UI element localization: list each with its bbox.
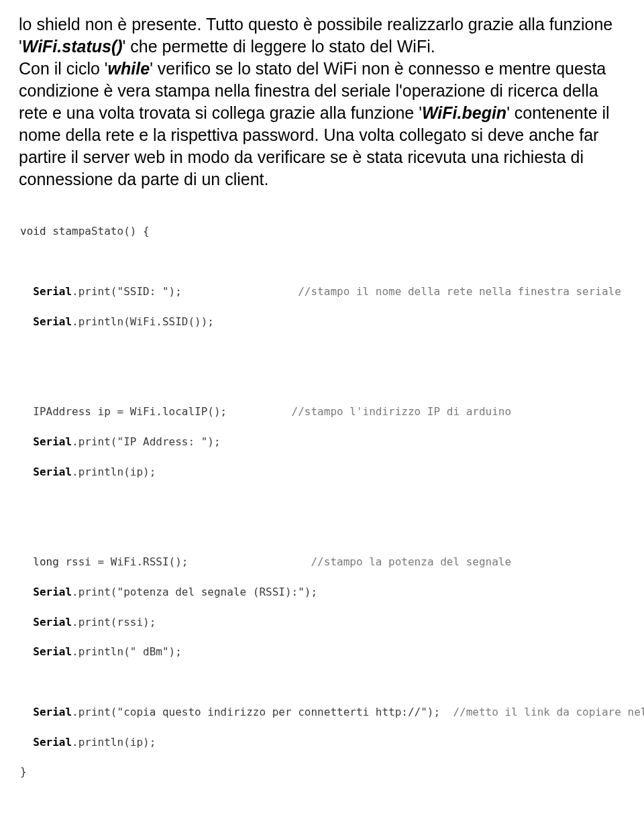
code-comment: //metto il link da copiare nella pagina … [453, 706, 644, 718]
code-text: rssi = WiFi.RSSI(); [59, 555, 189, 568]
code-text: .println(ip); [72, 736, 156, 749]
code-text: Serial [33, 736, 72, 749]
code-text: void [20, 225, 46, 237]
code-text: Serial [33, 645, 72, 658]
code-text: long [33, 555, 59, 568]
code-text: .print("copia questo indirizzo per conne… [72, 706, 440, 718]
code-comment: //stampo la potenza del segnale [311, 555, 511, 568]
code-block-stampastato: void stampaStato() { Serial.print("SSID:… [19, 205, 625, 799]
code-text: Serial [33, 706, 72, 718]
func-wifi-status: WiFi.status() [22, 37, 123, 56]
code-text: Serial [33, 465, 72, 478]
code-text: Serial [33, 315, 72, 328]
text: che permette di leggere lo stato del WiF… [125, 37, 435, 56]
code-text: .print("IP Address: "); [72, 435, 221, 448]
code-comment: //stampo l'indirizzo IP di arduino [292, 405, 512, 418]
code-text: .print("potenza del segnale (RSSI):"); [72, 586, 317, 598]
code-text: .print(rssi); [72, 616, 156, 628]
code-text: .print("SSID: "); [72, 285, 182, 298]
code-text: .println(" dBm"); [72, 645, 182, 658]
code-text: IPAddress ip = WiFi.localIP(); [20, 405, 227, 418]
code-text: stampaStato() { [46, 225, 150, 237]
code-text: Serial [33, 435, 72, 448]
body-paragraph-1: lo shield non è presente. Tutto questo è… [19, 13, 625, 190]
func-wifi-begin: WiFi.begin [422, 103, 506, 122]
code-comment: //stampo il nome della rete nella finest… [298, 285, 621, 298]
code-text: Serial [33, 285, 72, 298]
keyword-while: while [108, 59, 150, 78]
text: lo shield non è presente. Tutto questo è… [19, 15, 612, 34]
code-text: Serial [33, 586, 72, 598]
text: Con il ciclo [19, 59, 105, 78]
code-text: Serial [33, 616, 72, 628]
code-text: .println(ip); [72, 465, 156, 478]
code-text: } [20, 765, 27, 778]
code-text: .println(WiFi.SSID()); [72, 315, 214, 328]
